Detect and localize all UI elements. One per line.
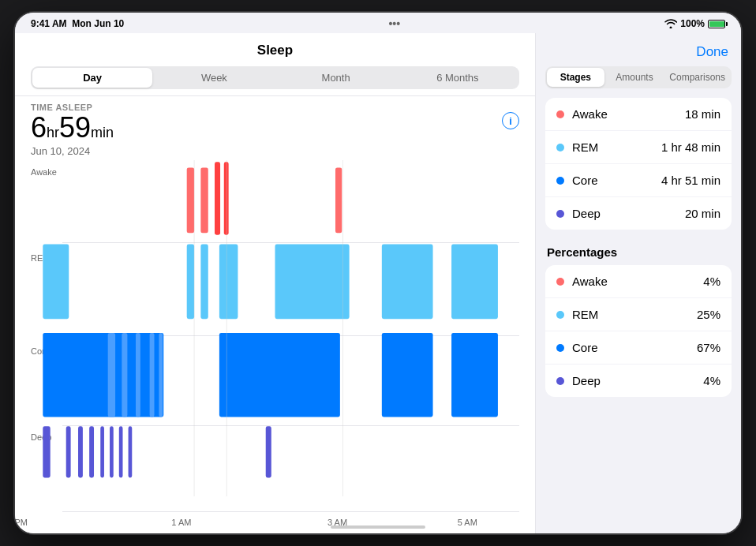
status-bar: 9:41 AM Mon Jun 10 ••• 100% <box>15 13 741 33</box>
stage-dot-core <box>556 177 564 185</box>
wifi-icon <box>664 19 677 28</box>
svg-rect-4 <box>335 167 342 233</box>
seg-week[interactable]: Week <box>154 68 274 88</box>
pct-name-core: Core <box>572 341 697 354</box>
pct-name-deep: Deep <box>572 374 703 387</box>
percentages-list: Awake 4% REM 25% Core 67% <box>545 265 732 397</box>
stage-name-core: Core <box>572 174 661 187</box>
stage-dot-deep <box>556 210 564 218</box>
pct-value-awake: 4% <box>703 275 720 288</box>
pct-row-awake: Awake 4% <box>545 265 732 298</box>
stage-value-deep: 20 min <box>685 207 720 220</box>
svg-rect-1 <box>200 167 208 233</box>
svg-rect-25 <box>100 426 104 477</box>
percentages-title: Percentages <box>545 239 732 265</box>
svg-rect-16 <box>150 333 155 417</box>
pct-value-core: 67% <box>697 341 720 354</box>
svg-rect-20 <box>451 333 498 417</box>
stats-area: TIME ASLEEP 6hr59min Jun 10, 2024 i <box>15 96 535 160</box>
status-center: ••• <box>388 17 400 30</box>
stage-row-rem: REM 1 hr 48 min <box>545 131 732 164</box>
pct-dot-rem <box>556 311 564 319</box>
page-title: Sleep <box>31 43 519 58</box>
info-button[interactable]: i <box>502 112 519 129</box>
home-indicator <box>331 525 425 529</box>
main-content: Sleep Day Week Month 6 Months TIME ASLEE… <box>15 33 741 533</box>
stage-value-core: 4 hr 51 min <box>661 174 720 187</box>
pct-row-core: Core 67% <box>545 331 732 365</box>
svg-rect-3 <box>224 162 229 234</box>
svg-rect-21 <box>43 426 50 477</box>
right-header: Done <box>536 33 741 66</box>
hours: 6 <box>31 111 47 144</box>
svg-rect-13 <box>108 333 115 417</box>
sleep-chart-area: Awake REM Core Deep <box>15 160 535 533</box>
minutes: 59 <box>59 111 91 144</box>
x-label-11pm: 11 PM <box>15 518 28 527</box>
tab-amounts[interactable]: Amounts <box>606 68 664 87</box>
pct-name-awake: Awake <box>572 275 703 288</box>
ipad-frame: 9:41 AM Mon Jun 10 ••• 100% Sleep Day <box>15 13 741 533</box>
hr-unit: hr <box>47 125 59 140</box>
status-time: 9:41 AM Mon Jun 10 <box>31 18 124 29</box>
grid-line-4 <box>62 511 519 512</box>
svg-rect-27 <box>119 426 123 477</box>
svg-rect-7 <box>200 244 208 319</box>
svg-rect-12 <box>43 333 163 417</box>
svg-rect-9 <box>275 244 350 319</box>
seg-6months[interactable]: 6 Months <box>398 68 518 88</box>
svg-rect-23 <box>78 426 83 477</box>
tab-bar: Stages Amounts Comparisons <box>545 66 732 88</box>
stage-row-awake: Awake 18 min <box>545 98 732 131</box>
stage-name-deep: Deep <box>572 207 685 220</box>
seg-day[interactable]: Day <box>32 68 152 88</box>
pct-value-rem: 25% <box>697 308 720 321</box>
svg-rect-11 <box>451 244 498 319</box>
percentages-section: Percentages Awake 4% REM 25% Core <box>545 239 732 397</box>
tab-comparisons[interactable]: Comparisons <box>664 68 730 87</box>
time-asleep-label: TIME ASLEEP <box>31 103 519 112</box>
tab-stages[interactable]: Stages <box>547 68 604 87</box>
x-label-1am: 1 AM <box>171 518 191 527</box>
svg-rect-8 <box>219 244 238 319</box>
pct-value-deep: 4% <box>703 374 720 387</box>
stage-dot-awake <box>556 110 564 118</box>
status-right: 100% <box>664 18 725 29</box>
svg-rect-24 <box>89 426 94 477</box>
pct-row-rem: REM 25% <box>545 298 732 331</box>
svg-rect-19 <box>382 333 433 417</box>
pct-row-deep: Deep 4% <box>545 365 732 397</box>
stages-list: Awake 18 min REM 1 hr 48 min Core 4 hr 5… <box>545 98 732 230</box>
time-value: 6hr59min <box>31 112 519 144</box>
battery-icon <box>708 20 725 28</box>
right-panel: Done Stages Amounts Comparisons Awake 18… <box>536 33 741 533</box>
battery-percent: 100% <box>680 18 705 29</box>
stage-name-awake: Awake <box>572 107 685 121</box>
done-button[interactable]: Done <box>696 44 728 60</box>
pct-dot-deep <box>556 377 564 385</box>
svg-rect-26 <box>110 426 114 477</box>
svg-rect-29 <box>266 426 271 477</box>
svg-rect-0 <box>187 167 194 233</box>
svg-rect-6 <box>187 244 194 319</box>
chart-header: Sleep Day Week Month 6 Months <box>15 33 535 96</box>
chart-svg <box>15 160 535 496</box>
stage-name-rem: REM <box>572 140 661 154</box>
date-label: Jun 10, 2024 <box>31 145 519 157</box>
pct-dot-core <box>556 344 564 352</box>
seg-month[interactable]: Month <box>276 68 396 88</box>
svg-rect-5 <box>43 244 69 319</box>
pct-dot-awake <box>556 278 564 286</box>
svg-rect-22 <box>66 426 71 477</box>
svg-rect-28 <box>129 426 133 477</box>
x-label-5am: 5 AM <box>458 518 477 527</box>
svg-rect-18 <box>219 333 340 417</box>
chart-panel: Sleep Day Week Month 6 Months TIME ASLEE… <box>15 33 536 533</box>
svg-rect-10 <box>382 244 433 319</box>
pct-name-rem: REM <box>572 308 697 321</box>
svg-rect-2 <box>215 162 220 234</box>
svg-rect-14 <box>122 333 127 417</box>
stage-dot-rem <box>556 144 564 151</box>
stage-row-deep: Deep 20 min <box>545 197 732 230</box>
segment-control: Day Week Month 6 Months <box>31 66 519 89</box>
